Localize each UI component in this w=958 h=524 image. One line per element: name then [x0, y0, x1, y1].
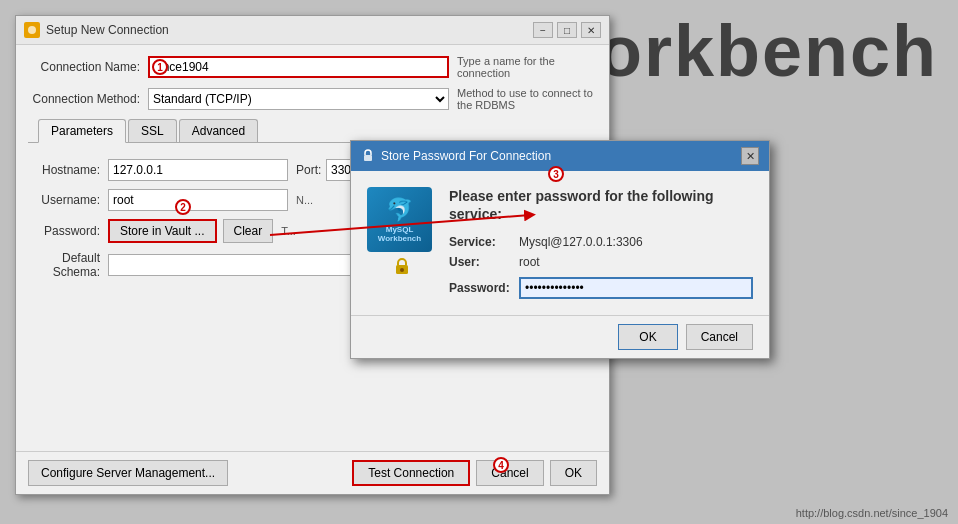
store-password-heading: Please enter password for the following …: [449, 187, 753, 223]
connection-method-label: Connection Method:: [28, 92, 148, 106]
store-password-close-button[interactable]: ✕: [741, 147, 759, 165]
setup-dialog-title: Setup New Connection: [46, 23, 169, 37]
hostname-label: Hostname:: [28, 163, 108, 177]
watermark: http://blog.csdn.net/since_1904: [796, 507, 948, 519]
tab-advanced[interactable]: Advanced: [179, 119, 258, 142]
username-hint: N...: [296, 194, 313, 206]
test-connection-button[interactable]: Test Connection: [352, 460, 470, 486]
maximize-button[interactable]: □: [557, 22, 577, 38]
connection-name-input[interactable]: [148, 56, 449, 78]
ok-button[interactable]: OK: [550, 460, 597, 486]
workbench-icon: 🐬 MySQL Workbench: [367, 187, 432, 252]
port-label: Port:: [296, 163, 326, 177]
workbench-icon-label1: MySQL: [386, 225, 414, 234]
setup-dialog-titlebar: Setup New Connection − □ ✕: [16, 16, 609, 45]
connection-name-label: Connection Name:: [28, 60, 148, 74]
workbench-icon-label2: Workbench: [378, 234, 421, 243]
sp-password-row: Password:: [449, 277, 753, 299]
tab-ssl[interactable]: SSL: [128, 119, 177, 142]
connection-name-hint: Type a name for the connection: [457, 55, 597, 79]
dolphin-icon: 🐬: [386, 197, 413, 223]
default-schema-label: Default Schema:: [28, 251, 108, 279]
hostname-input[interactable]: [108, 159, 288, 181]
connection-name-row: Connection Name: Type a name for the con…: [28, 55, 597, 79]
svg-point-3: [400, 268, 404, 272]
user-label: User:: [449, 255, 519, 269]
footer-right-buttons: Test Connection Cancel OK: [352, 460, 597, 486]
service-label: Service:: [449, 235, 519, 249]
password-label: Password:: [28, 224, 108, 238]
tab-parameters[interactable]: Parameters: [38, 119, 126, 143]
annotation-3: 3: [548, 165, 564, 182]
username-input[interactable]: [108, 189, 288, 211]
clear-button[interactable]: Clear: [223, 219, 274, 243]
username-label: Username:: [28, 193, 108, 207]
close-button[interactable]: ✕: [581, 22, 601, 38]
sp-ok-button[interactable]: OK: [618, 324, 677, 350]
store-password-title: Store Password For Connection: [381, 149, 551, 163]
store-password-footer: OK Cancel: [351, 315, 769, 358]
annotation-4: 4: [493, 456, 509, 473]
connection-method-row: Connection Method: Standard (TCP/IP) Met…: [28, 87, 597, 111]
setup-dialog-footer: Configure Server Management... Test Conn…: [16, 451, 609, 494]
lock-icon: [361, 149, 375, 163]
minimize-button[interactable]: −: [533, 22, 553, 38]
user-row: User: root: [449, 255, 753, 269]
store-password-content: Please enter password for the following …: [449, 187, 753, 299]
sp-password-input[interactable]: [519, 277, 753, 299]
svg-point-0: [28, 26, 36, 34]
workbench-icon-area: 🐬 MySQL Workbench: [367, 187, 437, 299]
connection-method-select[interactable]: Standard (TCP/IP): [148, 88, 449, 110]
annotation-1: 1: [152, 58, 168, 75]
store-password-body: 🐬 MySQL Workbench Please enter password …: [351, 171, 769, 315]
user-value: root: [519, 255, 540, 269]
configure-server-button[interactable]: Configure Server Management...: [28, 460, 228, 486]
password-hint: T...: [281, 225, 296, 237]
store-vault-button[interactable]: Store in Vault ...: [108, 219, 217, 243]
padlock-icon: [392, 256, 412, 276]
service-value: Mysql@127.0.0.1:3306: [519, 235, 643, 249]
service-row: Service: Mysql@127.0.0.1:3306: [449, 235, 753, 249]
annotation-2: 2: [175, 198, 191, 215]
dialog-icon: [24, 22, 40, 38]
titlebar-controls: − □ ✕: [533, 22, 601, 38]
connection-method-hint: Method to use to connect to the RDBMS: [457, 87, 597, 111]
sp-cancel-button[interactable]: Cancel: [686, 324, 753, 350]
sp-password-label: Password:: [449, 281, 519, 295]
cancel-button[interactable]: Cancel: [476, 460, 543, 486]
svg-rect-1: [364, 155, 372, 161]
